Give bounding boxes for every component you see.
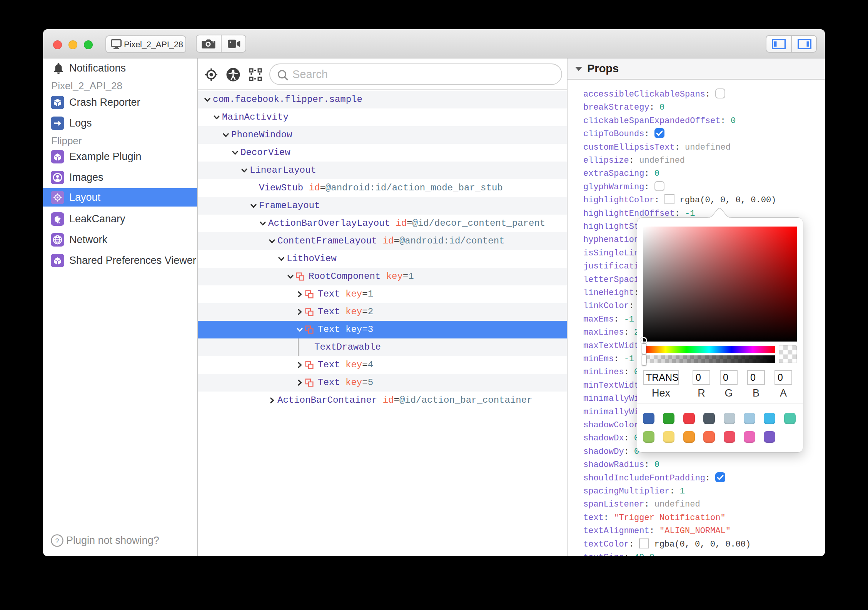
svg-text:?: ? <box>55 537 59 545</box>
